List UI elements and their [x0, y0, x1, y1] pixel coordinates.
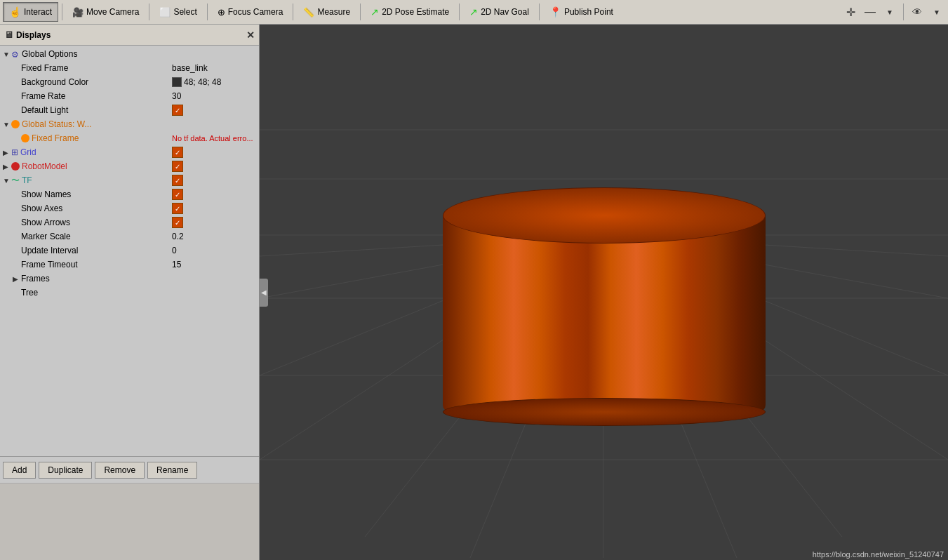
- toggle-frames[interactable]: ▶: [13, 275, 21, 283]
- cylinder-bottom: [443, 398, 766, 426]
- tree-item-frame-timeout[interactable]: Frame Timeout 15: [0, 258, 259, 272]
- eye-dropdown-icon[interactable]: ▼: [928, 4, 945, 20]
- show-names-checkbox[interactable]: ✓: [172, 189, 183, 200]
- tree-item-show-names[interactable]: Show Names ✓: [0, 187, 259, 201]
- tree-item-frames[interactable]: ▶ Frames: [0, 272, 259, 286]
- displays-tree: ▼ ⚙ Global Options Fixed Frame base_link…: [0, 46, 259, 456]
- viewport[interactable]: ◀ https://blog.csdn.net/weixin_51240747: [260, 25, 948, 560]
- gear-icon: ⚙: [11, 50, 20, 58]
- duplicate-button[interactable]: Duplicate: [39, 462, 92, 479]
- frame-rate-value: 30: [172, 91, 256, 101]
- remove-button[interactable]: Remove: [95, 462, 145, 479]
- robot-model-checkbox[interactable]: ✓: [172, 161, 183, 172]
- displays-header: 🖥 Displays ✕: [0, 25, 259, 46]
- cylinder-face: [443, 215, 766, 412]
- pose-estimate-label: 2D Pose Estimate: [382, 7, 449, 17]
- default-light-checkbox[interactable]: ✓: [172, 105, 183, 116]
- move-camera-label: Move Camera: [86, 7, 139, 17]
- show-arrows-checkbox[interactable]: ✓: [172, 217, 183, 228]
- grid-icon: ⊞: [11, 147, 18, 157]
- 3d-cylinder: [443, 187, 766, 426]
- select-icon: ⬜: [159, 7, 171, 18]
- focus-camera-button[interactable]: ⊕ Focus Camera: [211, 2, 290, 22]
- tree-item-tree[interactable]: Tree: [0, 286, 259, 300]
- toggle-update-interval: [13, 247, 21, 255]
- separator-1: [62, 4, 62, 20]
- move-camera-button[interactable]: 🎥 Move Camera: [66, 2, 145, 22]
- marker-scale-value: 0.2: [172, 232, 256, 241]
- robot-model-checkbox-value: ✓: [172, 161, 256, 172]
- toggle-global-options[interactable]: ▼: [3, 51, 11, 58]
- left-bottom-panel: [0, 483, 259, 560]
- move-camera-icon: 🎥: [72, 7, 84, 18]
- toolbar: ☝ Interact 🎥 Move Camera ⬜ Select ⊕ Focu…: [0, 0, 948, 25]
- collapse-icon: ◀: [261, 288, 267, 296]
- toggle-robot-model[interactable]: ▶: [3, 163, 11, 171]
- cylinder-top: [443, 187, 766, 244]
- measure-button[interactable]: 📏 Measure: [297, 2, 356, 22]
- dropdown-arrow-icon[interactable]: ▼: [881, 4, 898, 20]
- rename-button[interactable]: Rename: [147, 462, 197, 479]
- tree-item-frame-rate[interactable]: Frame Rate 30: [0, 89, 259, 103]
- separator-8: [903, 4, 904, 20]
- toggle-grid[interactable]: ▶: [3, 149, 11, 156]
- tree-item-fixed-frame-status[interactable]: Fixed Frame No tf data. Actual erro...: [0, 131, 259, 145]
- show-names-value: ✓: [172, 189, 256, 200]
- toggle-tf[interactable]: ▼: [3, 177, 11, 185]
- focus-camera-icon: ⊕: [218, 7, 225, 18]
- toggle-default-light: [13, 107, 21, 114]
- tree-item-grid[interactable]: ▶ ⊞ Grid ✓: [0, 145, 259, 159]
- global-options-label: Global Options: [22, 49, 256, 59]
- grid-checkbox-value: ✓: [172, 147, 256, 158]
- separator-6: [459, 4, 460, 20]
- toggle-tree: [13, 289, 21, 297]
- tree-item-bg-color[interactable]: Background Color 48; 48; 48: [0, 75, 259, 89]
- tree-item-robot-model[interactable]: ▶ RobotModel ✓: [0, 159, 259, 173]
- toggle-global-status[interactable]: ▼: [3, 121, 11, 128]
- tree-item-default-light[interactable]: Default Light ✓: [0, 103, 259, 117]
- tf-label: TF: [22, 175, 172, 185]
- color-swatch[interactable]: [172, 77, 182, 87]
- displays-footer: Add Duplicate Remove Rename: [0, 456, 259, 483]
- bg-color-value: 48; 48; 48: [172, 77, 256, 88]
- default-light-value: ✓: [172, 105, 256, 116]
- nav-goal-button[interactable]: ↗ 2D Nav Goal: [463, 2, 535, 22]
- tree-label: Tree: [21, 288, 256, 298]
- nav-goal-icon: ↗: [469, 6, 478, 18]
- minus-icon-button[interactable]: —: [862, 4, 879, 20]
- show-axes-checkbox[interactable]: ✓: [172, 203, 183, 214]
- grid-checkbox[interactable]: ✓: [172, 147, 183, 158]
- separator-4: [293, 4, 293, 20]
- toggle-marker-scale: [13, 233, 21, 241]
- tree-item-global-status[interactable]: ▼ Global Status: W...: [0, 117, 259, 131]
- pose-estimate-icon: ↗: [370, 6, 379, 18]
- main-area: 🖥 Displays ✕ ▼ ⚙ Global Options Fixed Fr…: [0, 25, 948, 560]
- add-button[interactable]: Add: [3, 462, 36, 479]
- collapse-handle[interactable]: ◀: [260, 279, 268, 307]
- tree-item-update-interval[interactable]: Update Interval 0: [0, 244, 259, 258]
- close-icon[interactable]: ✕: [246, 29, 255, 41]
- select-button[interactable]: ⬜ Select: [153, 2, 203, 22]
- tree-item-show-axes[interactable]: Show Axes ✓: [0, 201, 259, 215]
- left-panel: 🖥 Displays ✕ ▼ ⚙ Global Options Fixed Fr…: [0, 25, 260, 560]
- frame-timeout-value: 15: [172, 260, 256, 269]
- measure-icon: 📏: [303, 7, 314, 18]
- add-icon-button[interactable]: ✛: [842, 4, 859, 20]
- displays-title: 🖥 Displays: [4, 29, 51, 40]
- publish-point-button[interactable]: 📍 Publish Point: [543, 2, 620, 22]
- cylinder-body: [443, 215, 766, 412]
- toggle-show-arrows: [13, 219, 21, 227]
- tf-checkbox[interactable]: ✓: [172, 175, 183, 186]
- interact-button[interactable]: ☝ Interact: [3, 2, 58, 22]
- tree-item-global-options[interactable]: ▼ ⚙ Global Options: [0, 47, 259, 61]
- eye-icon-button[interactable]: 👁: [909, 4, 926, 20]
- publish-point-icon: 📍: [549, 6, 561, 18]
- pose-estimate-button[interactable]: ↗ 2D Pose Estimate: [364, 2, 455, 22]
- fixed-frame-value: base_link: [172, 63, 256, 73]
- tree-item-fixed-frame[interactable]: Fixed Frame base_link: [0, 61, 259, 75]
- tree-item-marker-scale[interactable]: Marker Scale 0.2: [0, 229, 259, 244]
- separator-7: [539, 4, 540, 20]
- tree-item-tf[interactable]: ▼ 〜 TF ✓: [0, 173, 259, 187]
- ff-status-label: Fixed Frame: [32, 133, 172, 143]
- tree-item-show-arrows[interactable]: Show Arrows ✓: [0, 215, 259, 229]
